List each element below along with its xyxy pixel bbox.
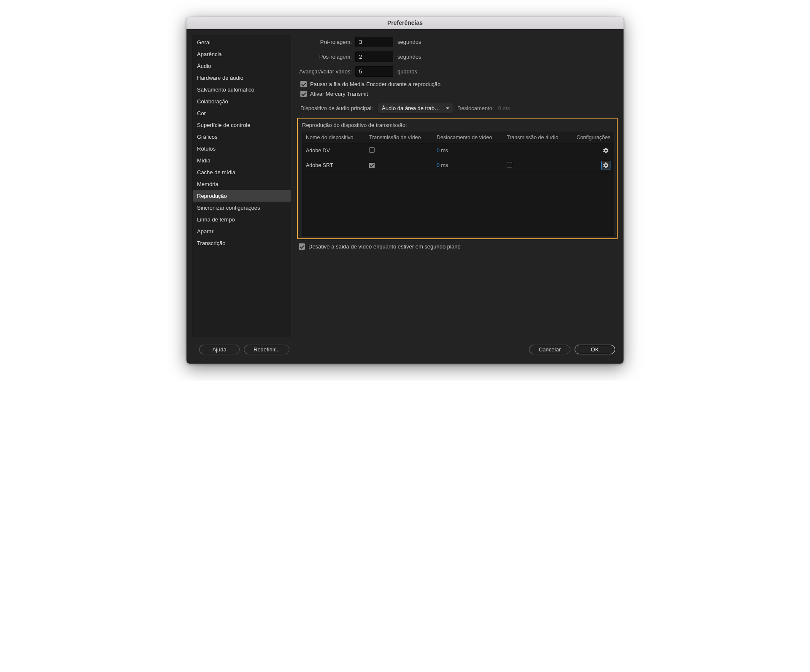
audio-device-row: Dispositivo de áudio principal: Áudio da… xyxy=(300,103,618,113)
device-name-cell: Adobe DV xyxy=(306,148,369,154)
postroll-unit: segundos xyxy=(393,54,421,60)
step-input[interactable] xyxy=(355,66,393,77)
sidebar-item[interactable]: Gráficos xyxy=(193,131,291,143)
window-body: GeralAparênciaÁudioHardware de áudioSalv… xyxy=(186,29,624,337)
video-checkbox[interactable] xyxy=(369,163,375,168)
ok-button[interactable]: OK xyxy=(575,345,615,354)
sidebar: GeralAparênciaÁudioHardware de áudioSalv… xyxy=(192,35,291,337)
reset-button[interactable]: Redefinir... xyxy=(244,345,289,354)
mercury-row: Ativar Mercury Transmit xyxy=(300,91,618,97)
mercury-checkbox[interactable] xyxy=(300,91,307,97)
video-cell xyxy=(369,147,437,154)
sidebar-item[interactable]: Colaboração xyxy=(193,95,291,107)
video-checkbox[interactable] xyxy=(369,147,375,153)
disable-bg-checkbox[interactable] xyxy=(299,243,305,250)
offset-cell[interactable]: 0 ms xyxy=(437,148,507,154)
footer: Ajuda Redefinir... Cancelar OK xyxy=(186,337,624,364)
content-pane: Pré-rolagem: segundos Pós-rolagem: segun… xyxy=(297,35,618,337)
sidebar-item[interactable]: Rótulos xyxy=(193,143,291,154)
cancel-button[interactable]: Cancelar xyxy=(529,345,570,354)
offset-label: Deslocamento: xyxy=(457,105,494,111)
postroll-row: Pós-rolagem: segundos xyxy=(297,51,618,62)
postroll-input[interactable] xyxy=(355,51,393,62)
audio-device-label: Dispositivo de áudio principal: xyxy=(300,105,373,111)
sidebar-item[interactable]: Aparar xyxy=(193,225,291,237)
postroll-label: Pós-rolagem: xyxy=(297,54,355,60)
grid-header: Nome do dispositivo Transmissão de vídeo… xyxy=(302,132,614,143)
preferences-window: Preferências GeralAparênciaÁudioHardware… xyxy=(186,17,624,364)
chevron-down-icon xyxy=(446,107,449,109)
sidebar-item[interactable]: Memória xyxy=(193,178,291,190)
video-cell xyxy=(369,162,437,168)
pause-encoder-row: Pausar a fila do Media Encoder durante a… xyxy=(300,81,618,87)
offset-cell[interactable]: 0 ms xyxy=(437,162,507,168)
preroll-label: Pré-rolagem: xyxy=(297,39,355,45)
table-row: Adobe DV0 ms xyxy=(302,143,614,158)
sidebar-item[interactable]: Reprodução xyxy=(193,190,291,202)
disable-bg-row: Desative a saída de vídeo enquanto estiv… xyxy=(299,243,618,250)
sidebar-item[interactable]: Aparência xyxy=(193,48,291,60)
window-title: Preferências xyxy=(387,19,423,26)
col-video: Transmissão de vídeo xyxy=(369,135,437,140)
audio-cell xyxy=(507,162,575,169)
disable-bg-label: Desative a saída de vídeo enquanto estiv… xyxy=(308,243,461,250)
audio-checkbox[interactable] xyxy=(507,162,512,167)
sidebar-item[interactable]: Salvamento automático xyxy=(193,84,291,95)
transmit-panel: Reprodução do dispositivo de transmissão… xyxy=(297,118,618,239)
gear-icon[interactable] xyxy=(601,146,610,155)
col-offset: Deslocamento de vídeo xyxy=(437,135,507,140)
sidebar-item[interactable]: Transcrição xyxy=(193,237,291,249)
sidebar-item[interactable]: Mídia xyxy=(193,154,291,166)
audio-device-dropdown[interactable]: Áudio da área de trabal... xyxy=(377,103,453,113)
sidebar-item[interactable]: Geral xyxy=(193,36,291,48)
help-button[interactable]: Ajuda xyxy=(199,345,240,354)
settings-cell xyxy=(575,161,610,170)
pause-encoder-checkbox[interactable] xyxy=(300,81,307,87)
offset-value: 0 ms xyxy=(498,105,510,111)
audio-device-value: Áudio da área de trabal... xyxy=(382,105,443,111)
titlebar: Preferências xyxy=(186,17,624,29)
transmit-panel-title: Reprodução do dispositivo de transmissão… xyxy=(302,122,614,128)
gear-icon[interactable] xyxy=(601,161,610,170)
col-device-name: Nome do dispositivo xyxy=(306,135,369,140)
sidebar-item[interactable]: Linha de tempo xyxy=(193,213,291,225)
mercury-label: Ativar Mercury Transmit xyxy=(310,91,368,97)
step-row: Avançar/voltar vários: quadros xyxy=(297,66,618,77)
preroll-unit: segundos xyxy=(393,39,421,45)
device-name-cell: Adobe SRT xyxy=(306,162,369,168)
step-unit: quadros xyxy=(393,68,417,75)
sidebar-item[interactable]: Superfície de controle xyxy=(193,119,291,131)
table-row: Adobe SRT0 ms xyxy=(302,158,614,173)
settings-cell xyxy=(575,146,610,155)
pause-encoder-label: Pausar a fila do Media Encoder durante a… xyxy=(310,81,440,87)
col-audio: Transmissão de áudio xyxy=(507,135,575,140)
preroll-row: Pré-rolagem: segundos xyxy=(297,37,618,47)
sidebar-item[interactable]: Cor xyxy=(193,107,291,119)
device-grid: Nome do dispositivo Transmissão de vídeo… xyxy=(302,132,614,236)
sidebar-item[interactable]: Áudio xyxy=(193,60,291,72)
sidebar-item[interactable]: Sincronizar configurações xyxy=(193,202,291,213)
sidebar-item[interactable]: Cache de mídia xyxy=(193,166,291,178)
sidebar-item[interactable]: Hardware de áudio xyxy=(193,72,291,84)
col-settings: Configurações xyxy=(575,135,610,140)
preroll-input[interactable] xyxy=(355,37,393,47)
step-label: Avançar/voltar vários: xyxy=(297,68,355,75)
